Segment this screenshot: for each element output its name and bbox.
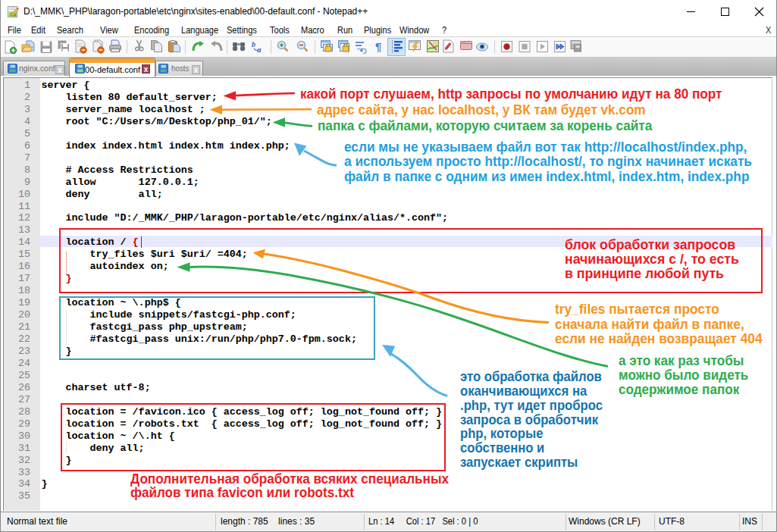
svg-text:¶: ¶	[375, 40, 381, 53]
svg-text:b: b	[252, 40, 255, 49]
